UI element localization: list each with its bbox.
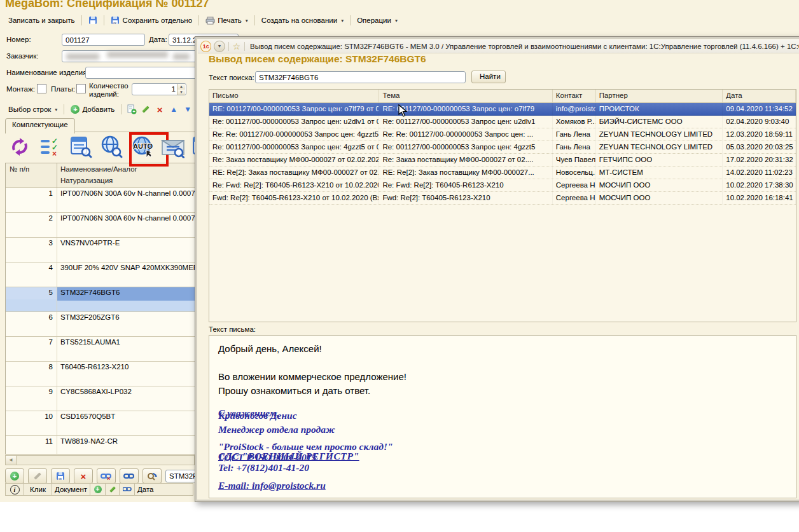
signature-line: E-mail: info@proistock.ru xyxy=(218,479,787,491)
unlink-button[interactable]: × xyxy=(97,468,116,484)
column-header-num[interactable]: № п/п xyxy=(10,165,29,173)
email-row[interactable]: Re: Заказ поставщику МФ00-000027 от 02.0… xyxy=(209,154,796,167)
window-menu-button[interactable]: ▼ xyxy=(214,41,225,52)
find-button[interactable]: Найти xyxy=(471,71,506,83)
search-link-button[interactable] xyxy=(142,468,162,484)
email-cell-partner: ZEYUAN TECHNOLOGY LIMITED xyxy=(596,128,723,140)
document-column-header[interactable]: Документ xyxy=(52,483,90,496)
save-link-button[interactable]: ок xyxy=(51,468,70,484)
row-name-cell: T60405-R6123-X210 xyxy=(60,363,195,374)
stepper-arrows[interactable]: ▲▼ xyxy=(177,84,185,95)
customer-label: Заказчик: xyxy=(6,52,38,60)
email-row[interactable]: Re: 001127/00-000000053 Запрос цен: u2dl… xyxy=(209,116,796,128)
tab-components[interactable]: Комплектующие xyxy=(5,118,75,133)
sync-button[interactable] xyxy=(8,135,32,159)
favorite-star-icon[interactable]: ☆ xyxy=(233,41,241,51)
email-row[interactable]: RE: Re[2]: Заказ поставщику МФ00-000027 … xyxy=(209,167,796,179)
info-column-header[interactable]: i xyxy=(5,483,24,496)
table-row[interactable]: 1IPT007N06N 300A 60v N-channel 0.00075Ω xyxy=(6,188,195,213)
email-cell-date: 02.04.2020 9:03:40 xyxy=(723,116,796,128)
link-icon xyxy=(123,486,132,493)
number-field[interactable] xyxy=(62,34,145,46)
link-button[interactable] xyxy=(120,468,139,484)
table-row[interactable]: 6STM32F205ZGT6 xyxy=(6,312,195,337)
add-row-button[interactable]: + Добавить xyxy=(67,104,118,115)
search-label: Текст поиска: xyxy=(209,74,254,81)
email-column-header[interactable]: Тема xyxy=(379,90,552,102)
save-and-close-button[interactable]: Записать и закрыть xyxy=(5,15,78,25)
grid-edit-button[interactable] xyxy=(106,483,120,496)
table-row[interactable]: 10CSD16570Q5BT xyxy=(6,411,195,436)
rows-toolbar: Выбор строк ▾ + Добавить + × ▲ ▼ xyxy=(5,103,195,116)
globe-search-button[interactable] xyxy=(99,135,123,159)
row-number-cell: 4 xyxy=(6,263,57,275)
edit-link-button[interactable] xyxy=(28,468,47,484)
email-row[interactable]: Re: Re: 001127/00-000000053 Запрос цен: … xyxy=(209,128,796,141)
table-row[interactable]: 7BTS5215LAUMA1 xyxy=(6,337,195,362)
date-column-header[interactable]: Дата xyxy=(135,483,193,496)
create-based-on-button[interactable]: Создать на основании ▾ xyxy=(258,15,347,25)
email-cell-partner: БИЭЙЧ-СИСТЕМС ООО xyxy=(596,116,723,128)
grid-link-button[interactable] xyxy=(120,483,135,496)
column-header-naturalization[interactable]: Натурализация xyxy=(60,177,113,184)
email-cell-contact: Хомяков Р... xyxy=(553,116,596,128)
click-column-header[interactable]: Клик xyxy=(24,483,52,496)
column-header-name[interactable]: Наименование/Аналог xyxy=(60,165,137,173)
stepper-up-icon[interactable]: ▲ xyxy=(177,84,185,90)
table-row[interactable]: 5STM32F746BGT6 xyxy=(6,287,195,312)
email-cell-subject: Re: Fwd: Re[2]: T60405-R6123-X210 xyxy=(379,179,552,191)
table-row[interactable]: 11TW8819-NA2-CR xyxy=(6,436,195,454)
table-row[interactable]: 4390UF 20% 420V SNAP 420MXK390MEFCS xyxy=(6,263,195,287)
email-column-header[interactable]: Письмо xyxy=(209,90,379,102)
email-row[interactable]: Fwd: Re[2]: T60405-R6123-X210 от 10.02.2… xyxy=(209,192,796,205)
dialog-titlebar[interactable]: 1с ▼ ☆ Вывод писем содержащие: STM32F746… xyxy=(198,39,799,53)
sync-icon xyxy=(9,136,31,158)
montage-checkbox[interactable] xyxy=(37,84,46,93)
signature-line: Кривоногов Денис xyxy=(218,409,787,421)
email-search-button[interactable] xyxy=(160,135,184,159)
copy-row-button[interactable]: + xyxy=(126,104,137,115)
email-column-header[interactable]: Контакт xyxy=(553,90,596,102)
delete-row-button[interactable]: × xyxy=(154,104,165,115)
move-down-button[interactable]: ▼ xyxy=(182,104,193,115)
search-input[interactable] xyxy=(255,71,466,83)
checklist-button[interactable]: ✓✓× xyxy=(38,135,62,159)
quantity-stepper[interactable]: 1 ▲▼ xyxy=(132,83,186,95)
edit-row-button[interactable] xyxy=(140,104,151,115)
grid-add-button[interactable]: + xyxy=(90,483,106,496)
row-name-cell: IPT007N06N 300A 60v N-channel 0.00075Ω xyxy=(60,214,195,225)
components-table-header: № п/п Наименование/Аналог Натурализация xyxy=(6,163,195,188)
table-row[interactable]: 3VNS7NV04PTR-E xyxy=(6,238,195,263)
horizontal-scrollbar[interactable]: ◄ xyxy=(5,455,195,465)
row-number-cell: 3 xyxy=(6,238,57,250)
dialog-heading: Вывод писем содержащие: STM32F746BGT6 xyxy=(209,53,426,65)
table-row[interactable]: 8T60405-R6123-X210 xyxy=(6,362,195,386)
list-search-button[interactable] xyxy=(69,135,93,159)
customer-value-redacted xyxy=(173,53,190,60)
table-row[interactable]: 9CY8C5868AXI-LP032 xyxy=(6,386,195,411)
operations-button[interactable]: Операции ▾ xyxy=(354,15,401,25)
add-link-button[interactable]: + xyxy=(5,468,24,484)
email-column-header[interactable]: Дата xyxy=(723,90,796,102)
stepper-down-icon[interactable]: ▼ xyxy=(177,90,185,95)
table-row[interactable]: 2IPT007N06N 300A 60v N-channel 0.00075Ω xyxy=(6,213,195,238)
save-button[interactable] xyxy=(85,15,101,26)
row-number-cell: 8 xyxy=(6,362,57,374)
save-separately-button[interactable]: ок Сохранить отдельно xyxy=(108,15,196,26)
letter-text-panel[interactable]: Добрый день, Алексей! Во вложении коммер… xyxy=(209,335,796,498)
pencil-icon xyxy=(142,106,149,113)
email-cell-date: 14.02.2020 11:02:23 xyxy=(723,167,796,179)
email-column-header[interactable]: Партнер xyxy=(596,90,723,102)
letter-signature: С уважением,Кривоногов ДенисМенеджер отд… xyxy=(218,407,787,491)
email-cell-letter: Fwd: Re[2]: T60405-R6123-X210 от 10.02.2… xyxy=(209,192,379,204)
row-select-button[interactable]: Выбор строк ▾ xyxy=(5,104,60,114)
email-row[interactable]: RE: 001127/00-000000053 Запрос цен: o7lf… xyxy=(209,103,796,116)
delete-link-button[interactable]: × xyxy=(74,468,93,484)
boards-checkbox[interactable] xyxy=(76,84,86,93)
move-up-button[interactable]: ▲ xyxy=(168,104,179,115)
email-row[interactable]: Re: 001127/00-000000053 Запрос цен: 4gzz… xyxy=(209,141,796,154)
scroll-left-icon[interactable]: ◄ xyxy=(6,456,17,465)
email-row[interactable]: Re: Fwd: Re[2]: T60405-R6123-X210 от 10.… xyxy=(209,179,796,192)
print-button[interactable]: Печать ▾ xyxy=(202,15,251,26)
globe-search-icon xyxy=(99,135,123,159)
